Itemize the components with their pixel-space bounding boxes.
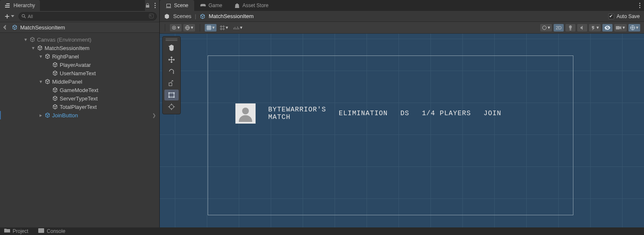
lock-icon[interactable] — [145, 3, 150, 8]
tree-row-rightpanel[interactable]: ▾ RightPanel — [0, 52, 159, 61]
tree-row-totalplayertext[interactable]: TotalPlayerText — [0, 103, 159, 111]
foldout-icon[interactable]: ▾ — [39, 53, 43, 59]
tree-row-matchsessionitem[interactable]: ▾ MatchSessionItem — [0, 44, 159, 52]
scale-tool[interactable] — [164, 78, 179, 89]
snap-increment-button[interactable]: ▾ — [218, 24, 230, 32]
prefab-icon — [12, 24, 18, 30]
foldout-icon[interactable]: ▸ — [39, 112, 43, 118]
caret-down-icon: ▾ — [212, 25, 215, 30]
scene-tabbar: Scene Game Asset Store — [160, 0, 644, 11]
drag-grip-icon[interactable] — [166, 38, 177, 41]
join-button-text: JOIN — [483, 110, 505, 117]
bottom-tabbar: Project Console — [0, 227, 644, 235]
svg-point-7 — [639, 5, 641, 6]
gameobject-icon — [52, 104, 58, 110]
scene-tool-palette[interactable] — [162, 36, 181, 114]
tab-project[interactable]: Project — [4, 228, 28, 234]
tree-row-servertypetext[interactable]: ServerTypeText — [0, 94, 159, 103]
grid-snap-button[interactable]: ▾ — [204, 24, 217, 32]
snap-settings-button[interactable]: ▾ — [231, 24, 245, 32]
tree-label: JoinButton — [52, 112, 78, 119]
svg-rect-17 — [169, 93, 174, 97]
shading-mode-button[interactable]: ▾ — [183, 24, 195, 32]
hierarchy-search-row: All — [0, 11, 159, 22]
plus-icon — [4, 13, 10, 19]
tree-label: ServerTypeText — [60, 95, 98, 102]
tab-label: Scene — [174, 3, 188, 8]
tree-label: MiddlePanel — [52, 79, 82, 85]
svg-point-1 — [155, 5, 156, 6]
tab-label: Game — [209, 3, 222, 8]
audio-button[interactable] — [577, 24, 588, 32]
scene-breadcrumb: Scenes | MatchSessionItem ✔ Auto Save — [160, 11, 644, 22]
caret-down-icon: ▾ — [623, 25, 625, 30]
fx-button[interactable]: ▾ — [589, 24, 601, 32]
2d-mode-button[interactable]: 2D — [553, 24, 564, 32]
hand-tool[interactable] — [164, 42, 179, 53]
caret-down-icon: ▾ — [548, 25, 550, 30]
tree-row-middlepanel[interactable]: ▾ MiddlePanel — [0, 77, 159, 86]
foldout-icon[interactable]: ▾ — [39, 79, 43, 84]
svg-point-15 — [242, 108, 249, 114]
foldout-icon[interactable]: ▾ — [31, 45, 35, 51]
svg-point-11 — [185, 26, 190, 30]
tab-scene[interactable]: Scene — [160, 0, 194, 11]
kebab-icon[interactable] — [639, 3, 641, 8]
caret-down-icon: ▾ — [191, 25, 193, 30]
search-input[interactable]: All — [18, 12, 157, 21]
search-type-icon[interactable] — [149, 13, 154, 19]
scene-viewport[interactable]: BYTEWARRIOR'S MATCH ELIMINATION DS 1/4 P… — [160, 34, 644, 235]
shopping-bag-icon — [234, 3, 240, 8]
kebab-icon[interactable] — [154, 3, 156, 8]
rect-tool[interactable] — [164, 90, 179, 100]
checkbox-icon: ✔ — [608, 13, 614, 19]
match-session-item-preview: BYTEWARRIOR'S MATCH ELIMINATION DS 1/4 P… — [235, 103, 506, 124]
tab-console[interactable]: Console — [38, 228, 65, 234]
draw-mode-button[interactable]: ▾ — [169, 24, 182, 32]
svg-point-9 — [172, 26, 176, 29]
svg-point-21 — [174, 97, 175, 98]
orientation-button[interactable]: ▾ — [540, 24, 552, 32]
svg-point-19 — [174, 92, 175, 94]
foldout-icon[interactable]: ▾ — [24, 37, 28, 42]
tree-label: Canvas (Environment) — [37, 37, 91, 43]
hierarchy-tab[interactable]: Hierarchy — [0, 0, 40, 11]
tree-label: TotalPlayerText — [60, 104, 97, 110]
autosave-toggle[interactable]: ✔ Auto Save — [608, 13, 640, 19]
breadcrumb-sep: | — [195, 13, 196, 19]
gameobject-icon — [52, 70, 58, 76]
open-prefab-icon[interactable]: ❯ — [152, 113, 156, 118]
back-button[interactable] — [3, 25, 9, 30]
tab-label: Project — [13, 228, 28, 234]
tab-asset-store[interactable]: Asset Store — [228, 0, 274, 11]
gamemode-text: ELIMINATION — [339, 110, 388, 117]
create-button[interactable] — [3, 13, 16, 20]
prefab-icon — [200, 13, 206, 19]
tab-game[interactable]: Game — [194, 0, 228, 11]
svg-point-3 — [22, 14, 24, 17]
move-tool[interactable] — [164, 54, 179, 65]
gamepad-icon — [200, 3, 206, 8]
tree-row-playeravatar[interactable]: PlayerAvatar — [0, 61, 159, 69]
gameobject-icon — [52, 95, 58, 101]
tree-row-joinbutton[interactable]: ▸ JoinButton ❯ — [0, 111, 159, 119]
breadcrumb-root[interactable]: Scenes — [173, 13, 191, 19]
tree-row-canvas[interactable]: ▾ Canvas (Environment) — [0, 35, 159, 44]
tree-row-gamemodetext[interactable]: GameModeText — [0, 86, 159, 94]
svg-point-22 — [169, 105, 174, 109]
tree-label: UserNameText — [60, 70, 96, 77]
transform-tool[interactable] — [164, 101, 179, 112]
camera-button[interactable]: ▾ — [614, 24, 627, 32]
username-text: BYTEWARRIOR'S MATCH — [268, 106, 326, 121]
hierarchy-icon — [5, 3, 11, 8]
rotate-tool[interactable] — [164, 66, 179, 77]
caret-down-icon: ▾ — [177, 25, 180, 30]
lighting-button[interactable] — [565, 24, 576, 32]
hidden-objects-button[interactable] — [602, 24, 613, 32]
gizmos-button[interactable]: ▾ — [628, 24, 641, 32]
svg-point-14 — [631, 26, 635, 30]
hierarchy-tree: ▾ Canvas (Environment) ▾ MatchSessionIte… — [0, 33, 159, 235]
svg-point-0 — [155, 3, 156, 4]
breadcrumb-current[interactable]: MatchSessionItem — [209, 13, 254, 19]
tree-row-usernametext[interactable]: UserNameText — [0, 69, 159, 77]
